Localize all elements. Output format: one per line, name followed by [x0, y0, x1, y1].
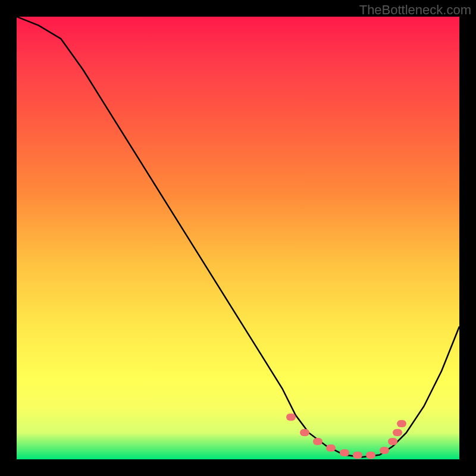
highlight-dot [340, 449, 349, 456]
chart-plot-area [17, 17, 459, 459]
highlight-dot [388, 438, 397, 445]
highlight-dot [326, 444, 336, 452]
highlight-dot [393, 429, 402, 436]
watermark-text: TheBottleneck.com [359, 2, 471, 18]
highlight-dot [300, 429, 309, 436]
highlight-dot [397, 420, 406, 427]
highlight-dot [286, 414, 296, 421]
chart-highlight-dots [17, 17, 459, 459]
highlight-dot [313, 438, 322, 445]
highlight-dot [366, 452, 375, 459]
highlight-dot [353, 452, 362, 459]
highlight-dot [380, 447, 389, 454]
